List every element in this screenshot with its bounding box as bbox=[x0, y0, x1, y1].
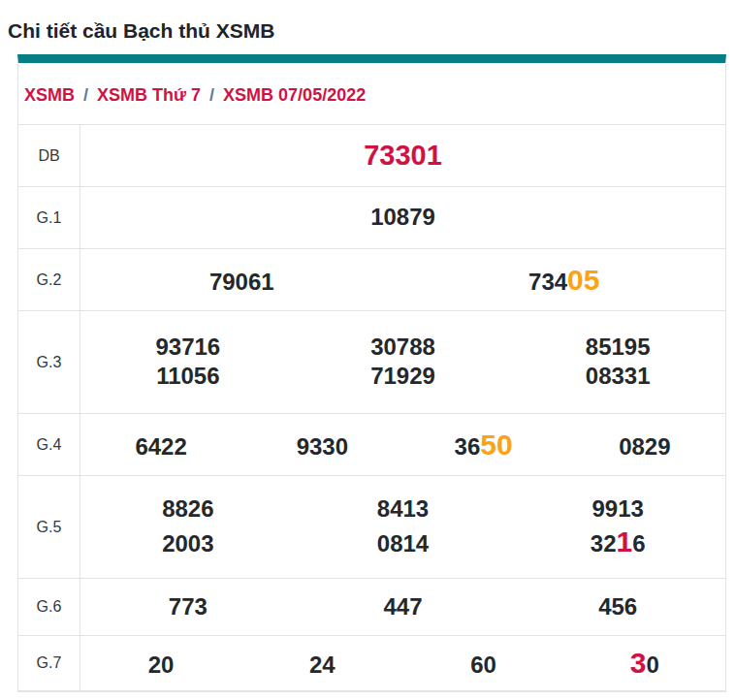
prize-number: 456 bbox=[510, 594, 725, 620]
digits: 773 bbox=[169, 593, 208, 620]
prize-label: G.1 bbox=[18, 187, 80, 248]
digits: 20 bbox=[148, 652, 175, 678]
prize-label: G.4 bbox=[18, 414, 80, 475]
breadcrumb-link-xsmb-thu-7[interactable]: XSMB Thứ 7 bbox=[97, 85, 201, 105]
digits: 60 bbox=[470, 652, 496, 678]
prize-label: G.6 bbox=[18, 579, 80, 635]
digits: 0814 bbox=[377, 530, 429, 557]
prize-number: 0814 bbox=[296, 531, 511, 557]
prize-number: 8826 bbox=[80, 496, 296, 523]
prize-row-g3: G.3937163078885195110567192908331 bbox=[18, 311, 725, 414]
prize-number: 0829 bbox=[564, 434, 725, 461]
prize-row-g1: G.110879 bbox=[18, 187, 725, 249]
digits: 0 bbox=[647, 652, 659, 678]
prize-number: 3216 bbox=[510, 525, 725, 558]
prize-label: DB bbox=[18, 125, 80, 186]
prize-values: 73301 bbox=[80, 125, 725, 186]
prize-number: 2003 bbox=[80, 531, 296, 557]
prize-label: G.7 bbox=[18, 636, 80, 690]
prize-number: 11056 bbox=[80, 364, 296, 390]
prize-number: 9330 bbox=[241, 434, 402, 461]
digits: 0829 bbox=[619, 433, 670, 460]
highlight-red-digits: 3 bbox=[630, 647, 647, 679]
digits: 10879 bbox=[370, 204, 435, 230]
prize-number: 8413 bbox=[296, 496, 511, 523]
digits: 9330 bbox=[297, 433, 348, 460]
digits: 8826 bbox=[162, 495, 213, 522]
prize-number: 93716 bbox=[80, 334, 296, 361]
digits: 79061 bbox=[209, 269, 274, 295]
prize-values: 6422933036500829 bbox=[80, 414, 725, 475]
prize-label: G.2 bbox=[18, 249, 80, 310]
prize-row-g5: G.5882684139913200308143216 bbox=[18, 476, 725, 579]
digits: 8413 bbox=[377, 495, 429, 522]
prize-number: 773 bbox=[80, 594, 296, 620]
prize-number: 24 bbox=[241, 652, 402, 679]
breadcrumb-separator: / bbox=[83, 85, 88, 105]
prize-values: 7906173405 bbox=[80, 249, 725, 310]
prize-number: 85195 bbox=[510, 334, 725, 361]
digits: 32 bbox=[591, 530, 617, 557]
prize-number: 71929 bbox=[296, 364, 511, 390]
digits: 2003 bbox=[162, 530, 213, 557]
prize-number: 60 bbox=[403, 652, 564, 679]
prize-number: 30 bbox=[564, 647, 725, 680]
digits: 6 bbox=[632, 530, 645, 557]
highlight-orange-digits: 05 bbox=[567, 264, 599, 296]
breadcrumb-link-xsmb-date[interactable]: XSMB 07/05/2022 bbox=[223, 85, 366, 105]
prize-number: 08331 bbox=[510, 364, 725, 390]
digits: 36 bbox=[455, 433, 481, 460]
highlight-red-digits: 1 bbox=[617, 525, 633, 557]
prize-number: 73405 bbox=[403, 264, 726, 297]
prize-row-g6: G.6773447456 bbox=[18, 579, 725, 636]
prize-number: 9913 bbox=[510, 496, 725, 523]
breadcrumb-separator: / bbox=[209, 85, 214, 105]
prize-values: 773447456 bbox=[80, 579, 725, 635]
prize-row-db: DB73301 bbox=[18, 125, 725, 187]
prize-number: 79061 bbox=[80, 270, 403, 296]
prize-row-g4: G.46422933036500829 bbox=[18, 414, 725, 476]
prize-row-g7: G.720246030 bbox=[18, 636, 725, 691]
digits: 08331 bbox=[586, 363, 651, 389]
digits: 734 bbox=[528, 269, 567, 295]
digits: 93716 bbox=[155, 334, 220, 360]
digits: 6422 bbox=[135, 433, 186, 460]
prize-number: 6422 bbox=[80, 434, 241, 461]
prize-number: 73301 bbox=[80, 140, 725, 171]
prize-values: 882684139913200308143216 bbox=[80, 476, 725, 578]
digits: 456 bbox=[598, 593, 637, 620]
special-prize-digits: 73301 bbox=[364, 140, 442, 171]
digits: 9913 bbox=[591, 495, 643, 522]
breadcrumb: XSMB/XSMB Thứ 7/XSMB 07/05/2022 bbox=[18, 63, 725, 124]
prize-number: 3650 bbox=[403, 429, 564, 461]
highlight-orange-digits: 50 bbox=[480, 429, 512, 461]
digits: 24 bbox=[309, 652, 336, 678]
digits: 85195 bbox=[586, 334, 651, 360]
prize-label: G.3 bbox=[18, 311, 80, 413]
prize-number: 30788 bbox=[296, 334, 511, 361]
prize-values: 20246030 bbox=[80, 636, 725, 690]
prize-label: G.5 bbox=[18, 476, 80, 578]
prize-number: 10879 bbox=[80, 205, 725, 231]
prize-table: DB73301G.110879G.27906173405G.3937163078… bbox=[18, 124, 725, 691]
content-panel: XSMB/XSMB Thứ 7/XSMB 07/05/2022 DB73301G… bbox=[17, 54, 726, 692]
page-title: Chi tiết cầu Bạch thủ XSMB bbox=[0, 0, 735, 54]
digits: 30788 bbox=[370, 334, 435, 360]
digits: 71929 bbox=[370, 363, 435, 389]
prize-values: 937163078885195110567192908331 bbox=[80, 311, 725, 413]
prize-number: 447 bbox=[296, 594, 511, 620]
digits: 447 bbox=[383, 593, 422, 620]
digits: 11056 bbox=[156, 363, 219, 389]
prize-number: 20 bbox=[80, 652, 241, 679]
prize-row-g2: G.27906173405 bbox=[18, 249, 725, 311]
breadcrumb-link-xsmb[interactable]: XSMB bbox=[24, 85, 75, 105]
prize-values: 10879 bbox=[80, 187, 725, 248]
